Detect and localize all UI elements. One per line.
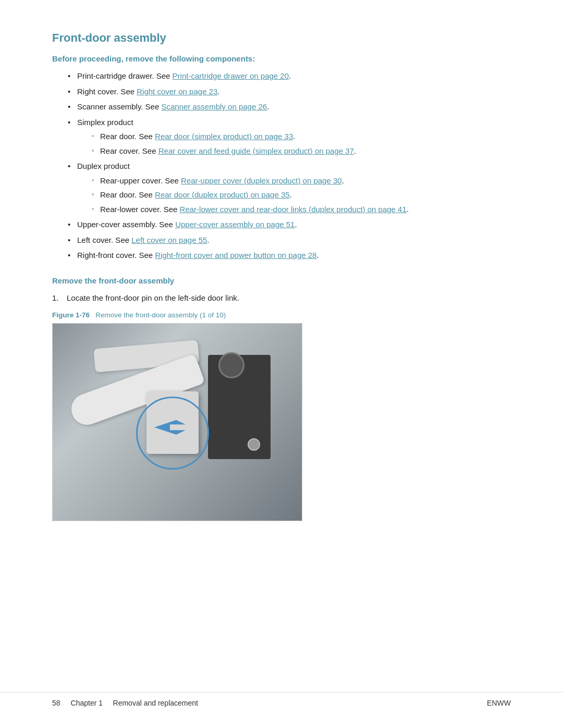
page: Front-door assembly Before proceeding, r… — [0, 0, 563, 728]
duplex-label: Duplex product — [77, 162, 130, 170]
chapter-label: Chapter — [71, 699, 97, 707]
simplex-label: Simplex product — [77, 118, 133, 127]
rear-cover-simplex-link[interactable]: Rear cover and feed guide (simplex produ… — [158, 146, 354, 155]
remove-section: Remove the front-door assembly 1. Locate… — [52, 276, 511, 522]
before-heading: Before proceeding, remove the following … — [52, 54, 511, 63]
item-text: Scanner assembly. See — [77, 102, 161, 111]
figure-label: Figure 1-76 — [52, 311, 90, 319]
item-text: Right cover. See — [77, 87, 137, 96]
print-cartridge-link[interactable]: Print-cartridge drawer on page 20 — [173, 71, 289, 80]
list-item: Print-cartridge drawer. See Print-cartri… — [68, 70, 511, 82]
chapter-title-sep — [105, 699, 111, 707]
section-title: Front-door assembly — [52, 31, 511, 45]
list-item-simplex: Simplex product Rear door. See Rear door… — [68, 117, 511, 157]
step-text: Locate the front-door pin on the left-si… — [67, 293, 239, 302]
remove-heading: Remove the front-door assembly — [52, 276, 511, 285]
chapter-title: Removal and replacement — [113, 699, 198, 707]
rear-lower-cover-link[interactable]: Rear-lower cover and rear-door links (du… — [180, 205, 407, 214]
sub-list-item: Rear door. See Rear door (duplex product… — [92, 189, 511, 201]
step-1: 1. Locate the front-door pin on the left… — [52, 292, 511, 304]
steps-list: 1. Locate the front-door pin on the left… — [52, 292, 511, 304]
scanner-assembly-link[interactable]: Scanner assembly on page 26 — [161, 102, 267, 111]
simplex-sub-list: Rear door. See Rear door (simplex produc… — [77, 131, 511, 157]
sub-list-item: Rear-lower cover. See Rear-lower cover a… — [92, 204, 511, 216]
duplex-sub-list: Rear-upper cover. See Rear-upper cover (… — [77, 175, 511, 216]
rear-door-duplex-link[interactable]: Rear door (duplex product) on page 35 — [155, 190, 290, 199]
list-item: Scanner assembly. See Scanner assembly o… — [68, 101, 511, 113]
sub-list-item: Rear-upper cover. See Rear-upper cover (… — [92, 175, 511, 187]
list-item: Right cover. See Right cover on page 23. — [68, 86, 511, 98]
chapter-number-val: 1 — [99, 699, 103, 707]
list-item: Right-front cover. See Right-front cover… — [68, 250, 511, 262]
list-item: Upper-cover assembly. See Upper-cover as… — [68, 219, 511, 231]
step-number: 1. — [52, 292, 59, 304]
figure-caption-text: Remove the front-door assembly (1 of 10) — [92, 311, 226, 319]
part-screw — [248, 438, 260, 451]
upper-cover-link[interactable]: Upper-cover assembly on page 51 — [175, 220, 295, 229]
sub-list-item: Rear cover. See Rear cover and feed guid… — [92, 145, 511, 157]
footer-left: 58 Chapter 1 Removal and replacement — [52, 699, 198, 707]
right-front-cover-link[interactable]: Right-front cover and power button on pa… — [155, 251, 316, 260]
footer-chapter-info: Chapter 1 Removal and replacement — [71, 699, 198, 707]
page-footer: 58 Chapter 1 Removal and replacement ENW… — [0, 692, 563, 707]
rear-upper-cover-link[interactable]: Rear-upper cover (duplex product) on pag… — [181, 176, 342, 185]
page-number: 58 — [52, 699, 60, 707]
part-cylinder — [218, 352, 244, 378]
rear-door-simplex-link[interactable]: Rear door (simplex product) on page 33 — [155, 132, 293, 141]
figure-caption: Figure 1-76 Remove the front-door assemb… — [52, 311, 511, 319]
left-cover-link[interactable]: Left cover on page 55 — [131, 236, 207, 244]
footer-right: ENWW — [487, 699, 511, 707]
prerequisites-list: Print-cartridge drawer. See Print-cartri… — [52, 70, 511, 262]
sub-list-item: Rear door. See Rear door (simplex produc… — [92, 131, 511, 143]
list-item-duplex: Duplex product Rear-upper cover. See Rea… — [68, 161, 511, 215]
item-text: Print-cartridge drawer. See — [77, 71, 173, 80]
list-item: Left cover. See Left cover on page 55. — [68, 235, 511, 246]
figure-image — [52, 323, 302, 521]
right-cover-link[interactable]: Right cover on page 23 — [137, 87, 217, 96]
